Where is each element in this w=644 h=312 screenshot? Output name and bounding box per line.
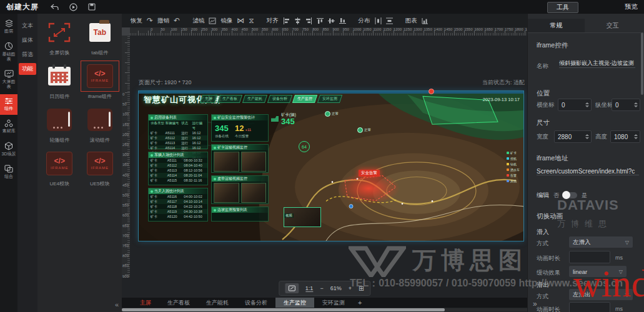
fit-screen-button[interactable] [285, 283, 299, 293]
preview-button[interactable]: 预览 [625, 2, 638, 11]
dash-tab-2: 生产能耗 [242, 95, 267, 103]
selection-handle[interactable] [429, 89, 434, 94]
zoom-out-button[interactable]: − [320, 285, 323, 291]
add-page-button[interactable]: + [353, 299, 367, 306]
distribute-horizontal-icon[interactable] [375, 17, 382, 24]
page-tab-production[interactable]: 生产监控 [275, 298, 314, 308]
vertical-ruler: 0501001502002503003504004505005506006507… [122, 36, 130, 278]
device-list-panel: 启用设备列表 设备类型车辆编号 状态运行编号 矿卡A5111运行16:12矿卡A… [148, 114, 208, 149]
ue4-icon: </> IFRAME [46, 152, 72, 175]
edit-yes-option[interactable]: 是 [582, 192, 587, 200]
component-carousel[interactable]: 轮播组件 [41, 106, 78, 144]
align-center-icon[interactable] [294, 17, 301, 24]
legend-item: 钻机 [507, 162, 520, 166]
sidebar-item-basic-charts[interactable]: 基础图表 [0, 39, 17, 66]
collapse-panel-icon[interactable]: « [115, 301, 119, 308]
restore-label: 恢复 [131, 17, 142, 25]
sidebar-item-screen-charts[interactable]: 大屏图表 [0, 67, 17, 93]
slide-in-mode-select[interactable]: 左滑入▽ [569, 236, 633, 248]
canvas-status-label: 当前状态为: 适配 [482, 79, 525, 87]
sidebar-item-layers[interactable]: 图层 [0, 16, 17, 37]
height-stepper[interactable]: 1080 [610, 130, 640, 143]
daily-rows: 矿卡A511604:00-10:02矿卡A511704:10-10:14矿卡A5… [149, 194, 207, 219]
truck-video-panel: 矿卡运输视频监控 [211, 144, 269, 173]
component-scroll[interactable]: 滚动组件 [82, 106, 119, 144]
stepper-arrows[interactable] [583, 102, 591, 107]
x-coordinate-stepper[interactable]: 0 [558, 99, 592, 111]
category-function[interactable]: 功能 [19, 63, 36, 75]
component-ue5[interactable]: </> IFRAME UE5模块 [82, 150, 119, 187]
width-stepper[interactable]: 2880 [554, 130, 592, 143]
align-middle-icon[interactable] [328, 17, 335, 24]
chart-label: 图表 [405, 17, 417, 25]
sidebar-item-components[interactable]: 组件 [0, 94, 17, 115]
sidebar-item-groups[interactable]: 组合 [0, 162, 17, 183]
chart-icon[interactable] [422, 17, 429, 24]
name-label: 名称 [537, 62, 548, 71]
chevron-down-icon: ▽ [625, 240, 629, 245]
calendar-icon [48, 67, 71, 85]
slide-out-mode-select[interactable]: 左滑出▽ [569, 289, 633, 300]
stepper-arrows[interactable] [632, 134, 640, 139]
legend-item: 其他 [507, 179, 520, 183]
chevron-down-icon: ▽ [625, 292, 629, 298]
page-tab-devices[interactable]: 设备分析 [237, 298, 275, 308]
tab-interaction[interactable]: 交互 [585, 19, 642, 32]
canvas-toolbar: 恢复 ↷ 撤销 ↶ 滤镜 镜像 ⋈ ⧖ 对齐 分布 图表 [122, 14, 527, 27]
name-input[interactable]: 倾斜摄影嵌入主视觉-边坡监测 [559, 59, 635, 68]
scroll-icon [87, 109, 112, 131]
dash-tab-5: 安环监测 [317, 95, 342, 103]
easing-select[interactable]: linear▽ [569, 266, 627, 277]
flip-vertical-icon[interactable]: ⧖ [249, 17, 254, 24]
category-media[interactable]: 媒体 [19, 34, 36, 46]
y-coordinate-stepper[interactable]: 0 [612, 99, 640, 111]
distribute-vertical-icon[interactable] [386, 17, 393, 24]
edit-no-option[interactable]: 否 [553, 192, 559, 200]
iframe-widget-preview[interactable]: 智慧矿山可视化大屏 主屏 生产看板 生产能耗 设备分析 生产监控 安环监测 20… [139, 91, 523, 241]
flip-horizontal-icon[interactable]: ⋈ [237, 17, 244, 24]
iframe-url-input[interactable]: Screen/customScreen/index.html?c [537, 166, 639, 175]
page-tab-safety[interactable]: 安环监测 [314, 298, 353, 308]
app-logo: 创建大屏 [0, 2, 45, 12]
slide-out-duration-input[interactable] [569, 302, 610, 312]
component-tab[interactable]: Tab tab组件 [82, 19, 119, 56]
stepper-arrows[interactable] [632, 102, 640, 107]
align-right-icon[interactable] [305, 17, 312, 24]
component-calendar[interactable]: 日历组件 [41, 62, 78, 100]
slope-panel: 边坡监测预警列表 [211, 207, 269, 222]
page-tab-energy[interactable]: 生产能耗 [198, 298, 237, 308]
stepper-arrows[interactable] [583, 134, 591, 139]
align-top-icon[interactable] [317, 17, 324, 24]
page-tab-main[interactable]: 主屏 [132, 298, 159, 308]
slide-in-duration-input[interactable] [569, 251, 610, 263]
component-fullscreen[interactable]: 全屏切换 [41, 19, 78, 56]
expand-panel-icon[interactable]: » [533, 300, 537, 308]
sidebar-item-3d-scene[interactable]: 3D场景 [0, 139, 17, 160]
grid-toggle-icon[interactable]: ⊞ [359, 285, 364, 293]
tools-button[interactable]: 工具 [547, 2, 578, 13]
status-marker: 正常 [325, 111, 339, 117]
filter-icon[interactable] [209, 17, 216, 24]
category-text[interactable]: 文本 [19, 20, 36, 32]
align-bottom-icon[interactable] [339, 17, 346, 24]
component-iframe[interactable]: </> IFRAME iframe组件 [82, 62, 119, 100]
sidebar-item-assets[interactable]: 素材库 [0, 116, 17, 137]
inspector-scrollbar[interactable] [641, 32, 643, 95]
redo-icon[interactable]: ↷ [147, 17, 153, 24]
easing-label: 缓动效果 [537, 269, 560, 277]
category-filter[interactable]: 筛选 [19, 49, 36, 61]
zoom-in-button[interactable]: + [349, 285, 352, 291]
component-ue4[interactable]: </> IFRAME UE4模块 [41, 150, 78, 187]
edit-toggle[interactable] [563, 192, 577, 198]
play-icon[interactable] [64, 0, 82, 14]
undo-icon[interactable]: ↶ [174, 17, 180, 24]
tab-general[interactable]: 常规 [528, 19, 585, 32]
video-thumb [241, 152, 267, 172]
back-icon[interactable] [45, 0, 64, 14]
align-left-icon[interactable] [283, 17, 290, 24]
zoom-1to1-button[interactable]: 1:1 [305, 285, 314, 292]
scrollbar-thumb[interactable] [122, 308, 445, 311]
edit-label: 编辑 [537, 191, 549, 200]
save-icon[interactable] [82, 0, 101, 14]
page-tab-board[interactable]: 生产看板 [159, 298, 198, 308]
